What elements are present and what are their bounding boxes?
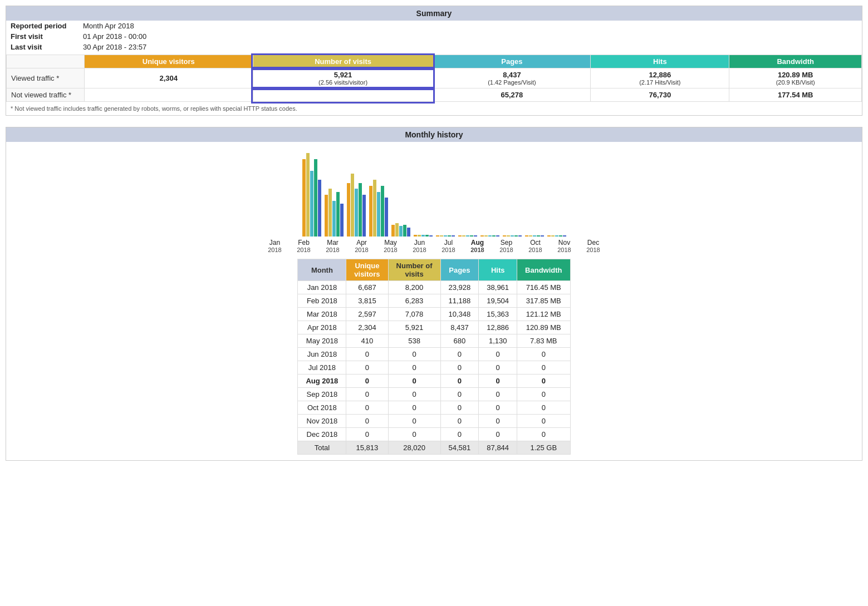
bar-group-aug <box>458 153 477 237</box>
col-header-pages: Pages <box>433 55 591 68</box>
summary-info-table: Reported period Month Apr 2018 First vis… <box>6 21 862 52</box>
not-viewed-hits: 76,730 <box>591 88 729 102</box>
not-viewed-pages: 65,278 <box>433 88 591 102</box>
bar-green <box>514 235 518 237</box>
first-visit-label: First visit <box>6 31 79 42</box>
total-cell: 28,020 <box>388 441 440 455</box>
bar-yellow <box>418 235 421 237</box>
bar-teal <box>399 226 403 237</box>
total-cell: 87,844 <box>479 441 517 455</box>
table-row: Sep 201800000 <box>298 388 570 401</box>
th-bandwidth: Bandwidth <box>517 259 570 281</box>
monthly-tbody: Jan 20186,6878,20023,92838,961716.45 MBF… <box>298 281 570 455</box>
table-row: Jan 20186,6878,20023,92838,961716.45 MB <box>298 281 570 294</box>
bar-orange <box>480 235 484 237</box>
table-row: May 20184105386801,1307.83 MB <box>298 334 570 348</box>
bar-teal <box>488 235 492 237</box>
bar-yellow <box>395 223 399 237</box>
bar-chart <box>302 147 566 237</box>
bar-teal <box>332 201 336 237</box>
col-header-visits: Number of visits <box>253 55 433 68</box>
bar-green <box>448 235 451 237</box>
bar-blue <box>518 235 522 237</box>
viewed-visits: 5,921 (2.56 visits/visitor) <box>253 68 433 88</box>
bar-green <box>470 235 473 237</box>
bar-blue <box>429 235 433 237</box>
bar-orange <box>458 235 462 237</box>
bar-blue <box>318 180 321 237</box>
table-row: Feb 20183,8156,28311,18819,504317.85 MB <box>298 294 570 308</box>
bar-group-sep <box>480 153 499 237</box>
table-row: Jun 201800000 <box>298 348 570 361</box>
monthly-title: Monthly history <box>6 127 862 142</box>
bar-orange <box>302 159 306 237</box>
col-header-bandwidth: Bandwidth <box>729 55 862 68</box>
bar-yellow <box>440 235 443 237</box>
bar-orange <box>391 225 395 237</box>
bar-green <box>336 192 340 237</box>
bar-yellow <box>351 174 354 237</box>
table-row: Aug 201800000 <box>298 375 570 388</box>
footnote: * Not viewed traffic includes traffic ge… <box>11 105 857 112</box>
bar-green <box>559 235 562 237</box>
month-label-nov: Nov2018 <box>552 239 577 253</box>
bar-green <box>314 159 317 237</box>
bar-group-jan <box>302 153 321 237</box>
month-label-oct: Oct2018 <box>523 239 548 253</box>
bar-group-may <box>391 153 410 237</box>
bar-blue <box>452 235 455 237</box>
month-label-jul: Jul2018 <box>436 239 462 253</box>
bar-teal <box>421 235 425 237</box>
not-viewed-label: Not viewed traffic * <box>7 88 85 102</box>
total-cell: 54,581 <box>440 441 479 455</box>
bar-teal <box>444 235 447 237</box>
monthly-section: Monthly history Jan2018Feb2018Mar2018Apr… <box>6 127 862 461</box>
month-label-apr: Apr2018 <box>349 239 375 253</box>
th-unique: Uniquevisitors <box>346 259 388 281</box>
month-label-jan: Jan2018 <box>262 239 288 253</box>
bar-group-dec <box>547 153 566 237</box>
bar-blue <box>407 228 410 237</box>
bar-group-jun <box>414 153 433 237</box>
month-label-jun: Jun2018 <box>407 239 433 253</box>
bar-yellow <box>328 189 332 237</box>
bar-yellow <box>462 235 465 237</box>
month-label-may: May2018 <box>378 239 404 253</box>
bar-group-oct <box>503 153 522 237</box>
bar-teal <box>377 192 380 237</box>
bar-yellow <box>529 235 532 237</box>
bar-green <box>381 186 384 237</box>
bar-green <box>425 235 429 237</box>
bar-green <box>403 225 406 237</box>
bar-orange <box>369 186 372 237</box>
table-row: Oct 201800000 <box>298 401 570 415</box>
summary-title: Summary <box>6 6 862 21</box>
bar-orange <box>347 183 350 237</box>
bar-teal <box>310 171 313 237</box>
table-row: Dec 201800000 <box>298 428 570 441</box>
bar-group-jul <box>436 153 455 237</box>
month-label-aug: Aug2018 <box>465 239 491 253</box>
summary-section: Summary Reported period Month Apr 2018 F… <box>6 6 862 116</box>
bar-blue <box>474 235 477 237</box>
reported-period-value: Month Apr 2018 <box>79 21 862 31</box>
bar-blue <box>541 235 544 237</box>
month-labels: Jan2018Feb2018Mar2018Apr2018May2018Jun20… <box>262 239 606 253</box>
month-label-sep: Sep2018 <box>494 239 519 253</box>
bar-teal <box>466 235 469 237</box>
th-month: Month <box>298 259 346 281</box>
col-header-hits: Hits <box>591 55 729 68</box>
not-viewed-visits <box>253 88 433 102</box>
bar-yellow <box>484 235 488 237</box>
bar-yellow <box>507 235 510 237</box>
table-row: Apr 20182,3045,9218,43712,886120.89 MB <box>298 321 570 334</box>
bar-group-mar <box>347 153 366 237</box>
data-table-wrapper: Month Uniquevisitors Number ofvisits Pag… <box>6 253 862 460</box>
summary-main-table: Unique visitors Number of visits Pages H… <box>6 55 862 102</box>
month-label-mar: Mar2018 <box>320 239 346 253</box>
reported-period-label: Reported period <box>6 21 79 31</box>
month-label-dec: Dec2018 <box>581 239 606 253</box>
bar-yellow <box>373 180 376 237</box>
viewed-hits: 12,886 (2.17 Hits/Visit) <box>591 68 729 88</box>
bar-blue <box>563 235 566 237</box>
